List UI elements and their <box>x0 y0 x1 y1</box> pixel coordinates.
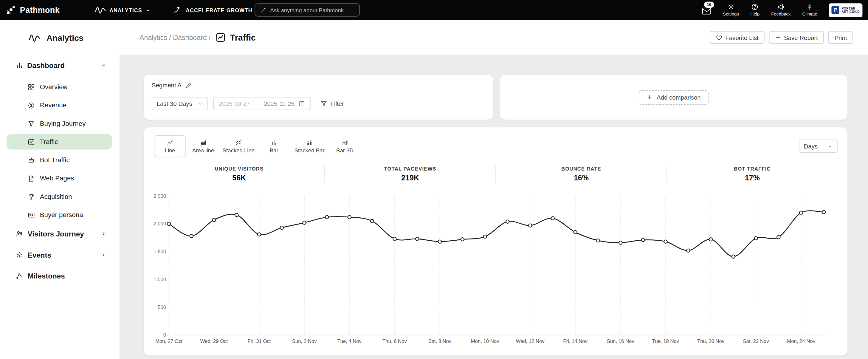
svg-text:Mon, 24 Nov: Mon, 24 Nov <box>787 338 815 344</box>
stat-bounce-rate-label: BOUNCE RATE <box>496 166 666 172</box>
inbox-badge: 16 <box>704 2 714 8</box>
acquisition-icon <box>28 193 35 200</box>
growth-menu-icon <box>172 6 182 14</box>
svg-text:Mon, 10 Nov: Mon, 10 Nov <box>471 338 499 344</box>
line-chart-icon <box>165 139 175 145</box>
date-range-picker[interactable]: 2025-10-27 → 2025-11-25 <box>213 97 310 110</box>
svg-text:1,000: 1,000 <box>154 277 166 282</box>
stat-total-pageviews: TOTAL PAGEVIEWS 219K <box>324 165 495 183</box>
date-from-value[interactable]: 2025-10-27 <box>219 100 250 107</box>
tab-stacked-bar[interactable]: Stacked Bar <box>291 135 328 157</box>
stacked-line-chart-icon <box>234 139 243 145</box>
sidebar-item-web-pages[interactable]: Web Pages <box>6 171 112 186</box>
sidebar-item-acquisition[interactable]: Acquisition <box>6 189 112 204</box>
tab-line[interactable]: Line <box>154 135 186 157</box>
chevron-right-icon <box>101 231 106 236</box>
sidebar-item-buying-journey[interactable]: Buying Journey <box>6 116 112 131</box>
analytics-menu-icon <box>94 6 106 14</box>
org-name: PORTER ART GUILD <box>841 6 860 13</box>
events-label: Events <box>28 250 51 259</box>
help-button[interactable]: Help <box>750 3 760 17</box>
date-arrow-icon: → <box>254 100 259 107</box>
print-button[interactable]: Print <box>828 31 853 44</box>
help-label: Help <box>750 11 760 17</box>
overview-label: Overview <box>40 83 68 91</box>
menu-accelerate-growth[interactable]: ACCELERATE GROWTH <box>172 6 261 14</box>
org-logo-icon: P <box>832 6 839 14</box>
segment-name-row: Segment A <box>152 82 486 89</box>
menu-analytics[interactable]: ANALYTICS <box>94 6 150 14</box>
stat-unique-visitors: UNIQUE VISITORS 56K <box>154 165 324 183</box>
segment-card: Segment A Last 30 Days 2025-10-27 → 2025… <box>144 75 493 120</box>
milestones-label: Milestones <box>28 272 65 280</box>
content-area: Segment A Last 30 Days 2025-10-27 → 2025… <box>120 55 868 359</box>
help-icon <box>751 3 758 10</box>
sidebar-item-revenue[interactable]: Revenue <box>6 97 112 113</box>
ask-pathmonk-search[interactable] <box>254 3 360 17</box>
org-badge[interactable]: P PORTER ART GUILD <box>829 3 863 17</box>
filter-icon <box>320 100 327 107</box>
feedback-button[interactable]: Feedback <box>771 3 790 17</box>
tab-stacked-line[interactable]: Stacked Line <box>220 135 257 157</box>
plus-icon <box>647 94 653 100</box>
app-root: Pathmonk ANALYTICS ACCELERATE GROWTH <box>0 0 868 359</box>
bot-traffic-label: Bot Traffic <box>40 156 70 164</box>
calendar-icon <box>299 100 305 107</box>
svg-text:Thu, 20 Nov: Thu, 20 Nov <box>697 338 724 344</box>
stat-bounce-rate: BOUNCE RATE 16% <box>495 165 666 183</box>
heart-icon <box>716 34 722 40</box>
traffic-page-icon <box>215 32 226 42</box>
sidebar-item-traffic[interactable]: Traffic <box>6 134 112 149</box>
traffic-line-chart: 05001,0001,5002,0002,500Mon, 27 OctWed, … <box>151 192 843 352</box>
interval-select[interactable]: Days <box>799 140 838 153</box>
traffic-label: Traffic <box>40 138 58 146</box>
revenue-label: Revenue <box>40 101 66 109</box>
pathmonk-logo <box>6 5 16 15</box>
favorite-list-button[interactable]: Favorite List <box>710 31 765 44</box>
tab-bar-3d[interactable]: Bar 3D <box>329 135 361 157</box>
revenue-icon <box>28 102 35 109</box>
filter-button[interactable]: Filter <box>320 100 344 107</box>
menu-analytics-label: ANALYTICS <box>110 7 142 13</box>
svg-text:Sat, 8 Nov: Sat, 8 Nov <box>428 338 452 344</box>
milestones-icon <box>16 272 23 280</box>
chart-type-tabs: Line Area line Stacked Line <box>154 135 361 157</box>
sidebar-item-buyer-persona[interactable]: Buyer persona <box>6 207 112 223</box>
tab-area-line[interactable]: Area line <box>187 135 219 157</box>
breadcrumb[interactable]: Analytics / Dashboard / <box>140 33 211 41</box>
tab-area-line-label: Area line <box>192 147 214 153</box>
svg-text:Tue, 4 Nov: Tue, 4 Nov <box>337 338 362 344</box>
sidebar-sections: Visitors Journey Events <box>0 226 120 284</box>
date-to-value[interactable]: 2025-11-25 <box>264 100 294 107</box>
inbox-button[interactable]: 16 <box>702 7 711 15</box>
org-name-line2: ART GUILD <box>841 10 860 13</box>
svg-text:Tue, 18 Nov: Tue, 18 Nov <box>652 338 679 344</box>
sidebar-item-overview[interactable]: Overview <box>6 79 112 95</box>
traffic-icon <box>28 138 35 145</box>
bot-traffic-icon <box>28 156 35 164</box>
sidebar-item-events[interactable]: Events <box>0 246 120 263</box>
stat-total-pageviews-value: 219K <box>325 174 495 182</box>
interval-value: Days <box>804 143 818 149</box>
sidebar-item-dashboard[interactable]: Dashboard <box>0 57 120 73</box>
save-report-button[interactable]: Save Report <box>769 31 824 44</box>
settings-icon <box>727 3 735 10</box>
climate-button[interactable]: Climate <box>802 3 817 17</box>
sidebar-title-label: Analytics <box>46 33 84 42</box>
settings-button[interactable]: Settings <box>723 3 739 17</box>
add-comparison-button[interactable]: Add comparison <box>639 90 709 104</box>
feedback-icon <box>777 3 784 10</box>
sidebar-item-visitors-journey[interactable]: Visitors Journey <box>0 226 120 242</box>
tab-bar[interactable]: Bar <box>258 135 290 157</box>
ask-input[interactable] <box>270 7 354 13</box>
date-range-preset-select[interactable]: Last 30 Days <box>152 97 208 110</box>
edit-icon[interactable] <box>185 82 192 89</box>
tab-stacked-line-label: Stacked Line <box>223 147 254 153</box>
acquisition-label: Acquisition <box>40 192 72 200</box>
sidebar-item-milestones[interactable]: Milestones <box>0 267 120 284</box>
sidebar-item-bot-traffic[interactable]: Bot Traffic <box>6 152 112 168</box>
add-comparison-label: Add comparison <box>657 94 701 100</box>
pathmonk-home-link[interactable]: Pathmonk <box>6 5 60 15</box>
buyer-persona-label: Buyer persona <box>40 211 83 219</box>
chevron-down-icon <box>146 7 151 12</box>
